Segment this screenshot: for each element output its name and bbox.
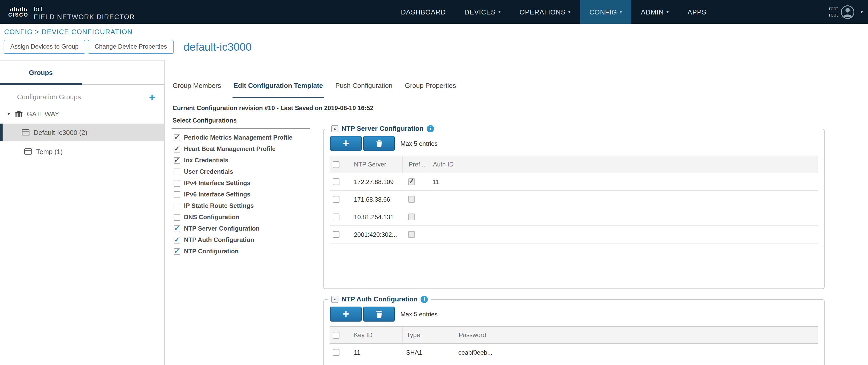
user-role: root — [829, 12, 838, 18]
nav-devices-label: DEVICES — [464, 8, 496, 16]
config-checkbox[interactable] — [174, 157, 180, 164]
table-row[interactable]: 10.81.254.131 — [330, 208, 818, 226]
config-option-periodic-metrics[interactable]: Periodic Metrics Management Profile — [174, 134, 310, 141]
config-checkbox[interactable] — [174, 248, 180, 254]
config-checkbox[interactable] — [174, 180, 180, 186]
nav-devices[interactable]: DEVICES ▾ — [455, 0, 510, 24]
expander-icon[interactable]: ▼ — [7, 112, 11, 116]
pref-checkbox[interactable] — [408, 178, 415, 185]
tree-item-temp[interactable]: Temp (1) — [0, 143, 164, 160]
tree-item-default-ic3000[interactable]: Default-Ic3000 (2) — [0, 124, 164, 141]
row-checkbox[interactable] — [333, 231, 339, 238]
config-checkbox[interactable] — [174, 146, 180, 152]
config-option-heart-beat[interactable]: Heart Beat Management Profile — [174, 145, 310, 153]
configuration-groups-label: Configuration Groups — [17, 93, 81, 101]
chevron-down-icon: ▾ — [498, 9, 501, 14]
nav-config-label: CONFIG — [590, 8, 617, 16]
ntp-server-cell: 172.27.88.109 — [349, 173, 402, 190]
tree-node-gateway[interactable]: ▼ GATEWAY — [0, 106, 164, 122]
add-row-button[interactable]: + — [330, 307, 362, 322]
content-tabs: Group Members Edit Configuration Templat… — [172, 60, 868, 98]
table-row[interactable]: 172.27.88.109 11 — [330, 173, 818, 191]
delete-row-button[interactable] — [363, 307, 395, 322]
app: CISCO IoT FIELD NETWORK DIRECTOR DASHBOA… — [0, 0, 868, 365]
ntp-auth-table: Key ID Type Password 11 SHA1 ceabf0eeb..… — [330, 326, 818, 361]
table-actions: + Max 5 entries — [330, 307, 818, 322]
add-row-button[interactable]: + — [330, 136, 362, 151]
row-checkbox[interactable] — [333, 196, 339, 203]
content-row: Select Configurations Periodic Metrics M… — [172, 115, 868, 365]
tab-group-properties[interactable]: Group Properties — [404, 78, 457, 98]
config-option-ipv6-interface[interactable]: IPv6 Interface Settings — [174, 191, 310, 198]
section-legend: ▲ NTP Server Configuration i — [328, 125, 437, 132]
config-option-ntp[interactable]: NTP Configuration — [174, 248, 310, 255]
page-title: default-ic3000 — [183, 40, 252, 53]
table-row[interactable]: 171.68.38.66 — [330, 191, 818, 208]
config-option-user-credentials[interactable]: User Credentials — [174, 168, 310, 175]
row-checkbox[interactable] — [333, 178, 339, 185]
row-checkbox[interactable] — [333, 214, 339, 220]
pref-checkbox[interactable] — [408, 214, 415, 220]
table-row[interactable]: 2001:420:302... — [330, 226, 818, 244]
user-names: root root — [829, 6, 838, 18]
pref-checkbox[interactable] — [408, 231, 415, 238]
add-group-icon[interactable]: + — [149, 93, 155, 100]
nav-operations[interactable]: OPERATIONS ▾ — [510, 0, 580, 24]
ntp-server-section-title: NTP Server Configuration — [342, 125, 424, 132]
device-group-icon — [22, 129, 29, 135]
sidebar-tab-groups[interactable]: Groups — [0, 60, 82, 84]
ntp-server-cell: 171.68.38.66 — [349, 191, 402, 208]
tab-group-members[interactable]: Group Members — [172, 78, 222, 98]
column-header-password: Password — [455, 327, 818, 343]
nav-admin[interactable]: ADMIN ▾ — [632, 0, 678, 24]
config-checkbox[interactable] — [174, 191, 180, 198]
info-icon[interactable]: i — [421, 296, 428, 303]
config-option-ipv4-interface[interactable]: IPv4 Interface Settings — [174, 179, 310, 187]
auth-id-cell — [430, 191, 818, 208]
plus-icon: + — [343, 308, 349, 319]
config-checkbox[interactable] — [174, 225, 180, 232]
select-configurations-title: Select Configurations — [172, 115, 310, 129]
config-option-ntp-server[interactable]: NTP Server Configuration — [174, 225, 310, 232]
nav-apps[interactable]: APPS — [678, 0, 716, 24]
config-option-ip-static-route[interactable]: IP Static Route Settings — [174, 202, 310, 209]
config-checkbox[interactable] — [174, 134, 180, 141]
tab-push-configuration[interactable]: Push Configuration — [334, 78, 394, 98]
nav-operations-label: OPERATIONS — [520, 8, 566, 16]
nav-config[interactable]: CONFIG ▾ — [580, 0, 632, 24]
chevron-down-icon: ▾ — [620, 9, 622, 14]
config-checkbox[interactable] — [174, 203, 180, 209]
config-checkbox[interactable] — [174, 214, 180, 220]
toolbar: Assign Devices to Group Change Device Pr… — [0, 38, 868, 60]
top-header: CISCO IoT FIELD NETWORK DIRECTOR DASHBOA… — [0, 0, 868, 24]
info-icon[interactable]: i — [427, 125, 434, 132]
nav-dashboard[interactable]: DASHBOARD — [392, 0, 455, 24]
ntp-auth-section-title: NTP Auth Configuration — [342, 295, 418, 303]
config-option-dns[interactable]: DNS Configuration — [174, 214, 310, 221]
config-option-ntp-auth[interactable]: NTP Auth Configuration — [174, 236, 310, 244]
template-panel: ▲ NTP Server Configuration i + — [323, 115, 825, 365]
tab-edit-configuration-template[interactable]: Edit Configuration Template — [232, 78, 324, 98]
delete-row-button[interactable] — [363, 136, 395, 151]
config-checkbox[interactable] — [174, 168, 180, 175]
ntp-server-table: NTP Server Pref... Auth ID 172.27.88.109… — [330, 156, 818, 244]
collapse-icon[interactable]: ▲ — [331, 125, 338, 132]
table-row[interactable]: 11 SHA1 ceabf0eeb... — [330, 344, 818, 361]
config-option-iox-credentials[interactable]: Iox Credentials — [174, 157, 310, 164]
user-menu[interactable]: root root ▾ — [829, 0, 863, 24]
collapse-icon[interactable]: ▲ — [331, 296, 338, 303]
config-checkbox[interactable] — [174, 237, 180, 243]
avatar-icon[interactable] — [841, 5, 855, 19]
change-properties-button[interactable]: Change Device Properties — [88, 40, 174, 54]
row-checkbox[interactable] — [333, 349, 339, 356]
ntp-server-cell: 2001:420:302... — [349, 226, 402, 243]
chevron-down-icon: ▾ — [568, 9, 571, 14]
assign-devices-button[interactable]: Assign Devices to Group — [4, 40, 85, 54]
column-header-auth-id: Auth ID — [430, 156, 818, 173]
pref-checkbox[interactable] — [408, 196, 415, 203]
auth-id-cell: 11 — [430, 173, 818, 190]
auth-id-cell — [430, 226, 818, 243]
select-all-checkbox[interactable] — [333, 161, 339, 168]
select-all-checkbox[interactable] — [333, 332, 339, 338]
configuration-groups-header: Configuration Groups + — [0, 85, 164, 106]
